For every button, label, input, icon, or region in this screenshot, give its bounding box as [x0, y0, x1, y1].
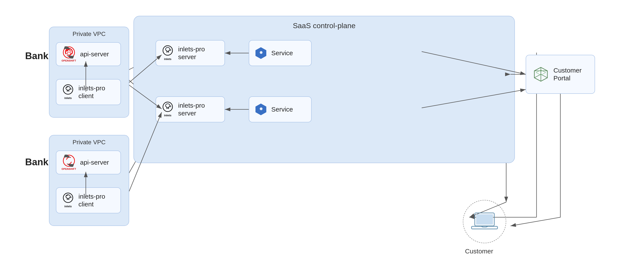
saas-label: SaaS control-plane — [293, 22, 355, 30]
saas-service2-box: ⎈ Service — [249, 96, 312, 122]
customer-portal-icon — [532, 66, 550, 83]
bank2-inlets-client-label: inlets-proclient — [78, 192, 105, 208]
saas-inlets-server2-label: inlets-proserver — [178, 102, 205, 117]
openshift-icon-bank2: OPENSHIFT — [62, 155, 76, 170]
customer-portal-box: Customer Portal — [526, 55, 595, 94]
customer-label: Customer — [465, 248, 493, 255]
kubernetes-icon-service2: ⎈ — [254, 103, 268, 116]
saas-service1-label: Service — [271, 49, 293, 57]
saas-inlets-server2-box: inlets inlets-proserver — [156, 96, 225, 122]
inlets-icon-server1: inlets — [161, 45, 174, 61]
bank1-vpc-box: Private VPC OPENSHIFT api-server — [49, 27, 129, 118]
svg-line-50 — [541, 74, 547, 78]
svg-text:⎈: ⎈ — [260, 50, 263, 55]
svg-line-49 — [534, 74, 541, 78]
customer-circle — [463, 200, 506, 243]
bank2-vpc-label: Private VPC — [50, 136, 129, 146]
architecture-diagram: Bank 1 Private VPC OPENSHIFT api-server — [19, 9, 625, 265]
bank2-inlets-client-box: inlets inlets-proclient — [56, 187, 121, 213]
bank2-api-server-box: OPENSHIFT api-server — [56, 150, 121, 174]
bank1-vpc-label: Private VPC — [50, 27, 129, 38]
svg-text:⎈: ⎈ — [260, 106, 263, 111]
bank2-vpc-box: Private VPC OPENSHIFT api-server — [49, 135, 129, 226]
saas-inlets-server1-label: inlets-proserver — [178, 45, 205, 61]
bank1-inlets-client-label: inlets-proclient — [78, 84, 105, 100]
openshift-icon-bank1: OPENSHIFT — [62, 46, 76, 62]
svg-rect-54 — [472, 226, 498, 229]
saas-plane: SaaS control-plane inlets inlets-proserv… — [134, 16, 515, 163]
saas-service2-label: Service — [271, 106, 293, 113]
svg-rect-53 — [476, 214, 493, 224]
kubernetes-icon-service1: ⎈ — [254, 46, 268, 60]
svg-point-23 — [63, 155, 74, 166]
saas-service1-box: ⎈ Service — [249, 40, 312, 66]
bank1-api-server-box: OPENSHIFT api-server — [56, 42, 121, 66]
customer-portal-label: Customer Portal — [554, 66, 588, 82]
bank1-api-server-label: api-server — [80, 50, 109, 58]
inlets-icon-server2: inlets — [161, 102, 174, 117]
inlets-icon-bank1-client: inlets — [62, 84, 74, 100]
saas-inlets-server1-box: inlets inlets-proserver — [156, 40, 225, 66]
inlets-icon-bank2-client: inlets — [62, 192, 74, 208]
bank2-api-server-label: api-server — [80, 158, 109, 166]
bank1-inlets-client-box: inlets inlets-proclient — [56, 79, 121, 105]
